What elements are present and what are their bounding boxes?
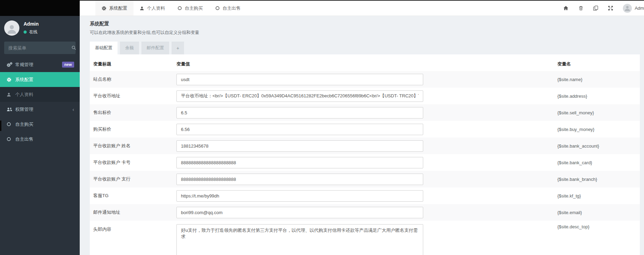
person-icon: [624, 5, 630, 11]
variable-value-textarea[interactable]: [176, 224, 423, 255]
variable-value-input[interactable]: [176, 174, 423, 185]
circle-icon: [177, 6, 182, 10]
navbar-actions: Admin: [558, 1, 644, 16]
fullscreen-icon[interactable]: [603, 6, 618, 11]
circle-icon: [215, 6, 220, 10]
variable-name: {$site.buy_money}: [557, 121, 640, 138]
table-row: 邮件通知地址{$site.email}: [90, 204, 640, 221]
sidebar-item-label: 自主出售: [15, 136, 33, 142]
navbar-tab-1[interactable]: 系统配置: [95, 1, 133, 16]
users-icon: [7, 107, 12, 112]
config-table: 变量标题 变量值 变量名 站点名称{$site.name}平台收币地址{$sit…: [90, 57, 640, 255]
sidebar-item-6[interactable]: 自主出售: [0, 132, 80, 147]
page-title: 系统配置: [90, 21, 640, 27]
search-icon[interactable]: [71, 45, 76, 50]
variable-value-input[interactable]: [176, 157, 423, 168]
logo-area: [0, 0, 80, 16]
navbar-tab-4[interactable]: 自主出售: [209, 1, 247, 16]
chevron-left-icon: ‹: [72, 107, 74, 112]
variable-name: {$site.bank_account}: [557, 138, 640, 154]
config-tab-1[interactable]: 基础配置: [90, 42, 118, 54]
trash-icon[interactable]: [573, 6, 588, 11]
variable-title: 平台收币地址: [90, 88, 172, 104]
variable-title: 邮件通知地址: [90, 204, 172, 221]
sidebar-user-panel: Admin 在线: [0, 16, 80, 38]
config-table-body: 变量标题 变量值 变量名 站点名称{$site.name}平台收币地址{$sit…: [90, 54, 640, 255]
navbar-tab-3[interactable]: 自主购买: [171, 1, 209, 16]
variable-title: 头部内容: [90, 221, 172, 255]
variable-name: {$site.bank_card}: [557, 154, 640, 171]
table-row: 平台收款账户 卡号{$site.bank_card}: [90, 154, 640, 171]
variable-title: 平台收款账户 卡号: [90, 154, 172, 171]
variable-value-input[interactable]: [176, 140, 423, 152]
navbar-tabs: 系统配置个人资料自主购买自主出售: [95, 1, 247, 16]
variable-value-input[interactable]: [176, 90, 423, 102]
config-tab-2[interactable]: 余额: [120, 42, 139, 54]
page-subtitle: 可以在此增改系统的变量和分组,也可以自定义分组和变量: [90, 30, 640, 36]
variable-title: 平台收款账户 支行: [90, 171, 172, 187]
variable-title: 购买标价: [90, 121, 172, 138]
navbar-tab-label: 系统配置: [109, 5, 127, 11]
variable-title: 站点名称: [90, 71, 172, 88]
table-row: 平台收款账户 支行{$site.bank_branch}: [90, 171, 640, 187]
copy-icon[interactable]: [588, 6, 603, 11]
new-badge: new: [62, 62, 74, 68]
table-row: 平台收币地址{$site.address}: [90, 88, 640, 104]
navbar-tab-2[interactable]: 个人资料: [133, 1, 171, 16]
main-content: 系统配置 可以在此增改系统的变量和分组,也可以自定义分组和变量 基础配置余额邮件…: [80, 16, 644, 255]
sidebar-item-4[interactable]: 权限管理‹: [0, 102, 80, 117]
config-tab-3[interactable]: 邮件配置: [141, 42, 169, 54]
variable-value-input[interactable]: [176, 207, 423, 218]
config-tabs: 基础配置余额邮件配置+: [90, 42, 640, 54]
variable-name: {$site.name}: [557, 71, 640, 88]
table-row: 平台收款账户 姓名{$site.bank_account}: [90, 138, 640, 154]
sidebar-item-label: 权限管理: [15, 106, 33, 113]
sidebar-item-label: 系统配置: [15, 77, 33, 83]
status-label: 在线: [29, 29, 37, 35]
table-row: 头部内容{$site.desc_top}: [90, 221, 640, 255]
user-icon: [7, 92, 12, 97]
variable-value-input[interactable]: [176, 107, 423, 118]
circle-icon: [7, 122, 12, 126]
gears-icon: [7, 62, 12, 67]
navbar-tab-label: 个人资料: [147, 5, 165, 11]
sidebar-item-label: 常规管理: [15, 62, 33, 68]
sidebar: Admin 在线 常规管理new系统配置个人资料权限管理‹自主购买自主出售: [0, 0, 80, 255]
variable-title: 客服TG: [90, 187, 172, 204]
variable-value-input[interactable]: [176, 190, 423, 202]
search-input[interactable]: [4, 45, 71, 51]
online-dot-icon: [24, 30, 27, 34]
table-row: 站点名称{$site.name}: [90, 71, 640, 88]
variable-title: 售出标价: [90, 104, 172, 121]
variable-name: {$site.desc_top}: [557, 221, 640, 255]
sidebar-item-5[interactable]: 自主购买: [0, 117, 80, 132]
table-row: 客服TG{$site.kf_tg}: [90, 187, 640, 204]
home-icon[interactable]: [558, 6, 573, 11]
user-icon: [140, 6, 144, 11]
sidebar-item-label: 自主购买: [15, 121, 33, 128]
table-row: 购买标价{$site.buy_money}: [90, 121, 640, 138]
variable-title: 平台收款账户 姓名: [90, 138, 172, 154]
variable-value-input[interactable]: [176, 74, 423, 85]
sidebar-user-status: 在线: [24, 29, 39, 35]
top-navbar: 系统配置个人资料自主购买自主出售 Admin: [80, 0, 644, 16]
person-icon: [7, 24, 17, 34]
gear-icon: [7, 77, 12, 82]
column-header-value: 变量值: [172, 57, 557, 71]
variable-name: {$site.address}: [557, 88, 640, 104]
variable-value-input[interactable]: [176, 124, 423, 135]
variable-name: {$site.kf_tg}: [557, 187, 640, 204]
add-tab-button[interactable]: +: [172, 42, 184, 54]
sidebar-item-label: 个人资料: [15, 91, 33, 98]
sidebar-item-3[interactable]: 个人资料: [0, 87, 80, 102]
sidebar-item-2[interactable]: 系统配置: [0, 72, 80, 87]
sidebar-toggle-handle[interactable]: [0, 121, 1, 131]
avatar[interactable]: [623, 4, 632, 13]
variable-name: {$site.sell_money}: [557, 104, 640, 121]
sidebar-item-1[interactable]: 常规管理new: [0, 57, 80, 72]
navbar-user-name[interactable]: Admin: [635, 6, 644, 11]
navbar-tab-label: 自主出售: [223, 5, 241, 11]
variable-name: {$site.bank_branch}: [557, 171, 640, 187]
column-header-title: 变量标题: [90, 57, 172, 71]
circle-icon: [7, 137, 12, 141]
